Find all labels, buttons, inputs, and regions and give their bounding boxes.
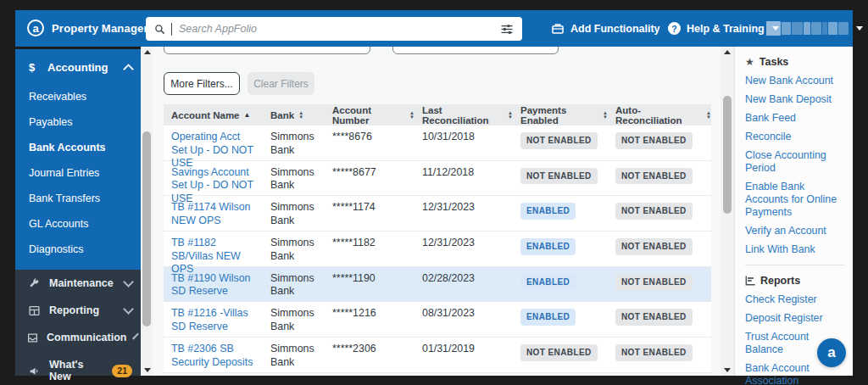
sidebar-item-diagnostics[interactable]: Diagnostics (15, 237, 141, 262)
report-link-check-register[interactable]: Check Register (745, 293, 844, 306)
table-row[interactable]: TB #1190 Wilson SD Reserve Simmons Bank … (164, 267, 711, 303)
column-header-account-name[interactable]: Account Name▲ (164, 104, 263, 126)
last-reconciliation-cell: 12/31/2023 (415, 196, 513, 231)
sidebar-section-communication[interactable]: Communication (15, 324, 141, 351)
column-header-account-number[interactable]: Account Number▲▼ (325, 104, 415, 126)
sidebar-section-whats-new[interactable]: What's New 21 (15, 351, 141, 385)
scroll-down-arrow[interactable] (724, 368, 731, 372)
table-row[interactable]: TB #1174 Wilson NEW OPS Simmons Bank ***… (164, 196, 711, 232)
account-link[interactable]: TB #2306 SB Security Deposits (171, 343, 253, 368)
help-training-menu[interactable]: ? Help & Training (668, 10, 779, 47)
star-icon: ★ (745, 56, 754, 68)
scroll-up-arrow[interactable] (724, 50, 731, 54)
help-icon: ? (668, 22, 681, 35)
task-link-bank-feed[interactable]: Bank Feed (745, 112, 844, 125)
sort-asc-icon: ▲ (244, 111, 251, 119)
whats-new-label: What's New (49, 359, 103, 382)
task-link-close-accounting-period[interactable]: Close Accounting Period (745, 149, 844, 175)
task-link-new-bank-deposit[interactable]: New Bank Deposit (745, 93, 844, 106)
task-link-enable-bank-accounts[interactable]: Enable Bank Accounts for Online Payments (745, 181, 844, 219)
right-tasks-panel: ★ Tasks New Bank Account New Bank Deposi… (734, 47, 853, 376)
panel-divider (745, 265, 844, 265)
toolbox-icon (551, 23, 565, 35)
chevron-down-icon (856, 26, 863, 31)
clear-filters-button[interactable]: Clear Filters (248, 72, 314, 95)
content-scrollbar[interactable] (721, 47, 734, 376)
table-header-row: Account Name▲ Bank▲▼ Account Number▲▼ La… (164, 104, 711, 126)
sidebar-section-maintenance[interactable]: Maintenance (15, 270, 141, 297)
task-link-link-with-bank[interactable]: Link With Bank (745, 243, 844, 256)
table-body: Operating Acct Set Up - DO NOT USE Simmo… (164, 126, 711, 373)
sidebar-item-payables[interactable]: Payables (15, 109, 141, 135)
sidebar-item-bank-transfers[interactable]: Bank Transfers (15, 186, 141, 211)
payments-enabled-badge: NOT ENABLED (520, 132, 598, 149)
scroll-down-arrow[interactable] (144, 368, 151, 372)
wrench-icon (27, 278, 41, 289)
column-header-payments-enabled[interactable]: Payments Enabled▲▼ (513, 104, 608, 126)
add-functionality-menu[interactable]: Add Functionality (551, 10, 675, 47)
payments-enabled-badge: NOT ENABLED (520, 168, 598, 185)
payments-enabled-badge: ENABLED (520, 274, 576, 291)
column-header-bank[interactable]: Bank▲▼ (263, 104, 325, 126)
sidebar-section-accounting[interactable]: $ Accounting (15, 49, 141, 84)
tasks-section-title: ★ Tasks (745, 56, 853, 68)
auto-reconciliation-badge: NOT ENABLED (615, 309, 693, 326)
more-filters-button[interactable]: More Filters... (164, 72, 240, 95)
brand-logo[interactable]: a Property Manager (27, 20, 148, 36)
communication-label: Communication (47, 332, 126, 343)
account-link[interactable]: TB #1174 Wilson NEW OPS (171, 201, 250, 226)
sidebar-section-reporting[interactable]: Reporting (15, 297, 141, 324)
report-link-deposit-register[interactable]: Deposit Register (745, 312, 844, 325)
bank-cell: Simmons Bank (263, 267, 325, 302)
auto-reconciliation-badge: NOT ENABLED (615, 274, 693, 291)
task-link-reconcile[interactable]: Reconcile (745, 131, 844, 143)
auto-reconciliation-badge: NOT ENABLED (615, 344, 693, 361)
auto-reconciliation-badge: NOT ENABLED (615, 238, 693, 255)
bank-cell: Simmons Bank (263, 196, 325, 231)
table-row[interactable]: Savings Account Set Up - DO NOT USE Simm… (164, 161, 711, 197)
reporting-label: Reporting (49, 304, 116, 316)
table-row[interactable]: TB #1182 SB/Villas NEW OPS Simmons Bank … (164, 232, 711, 267)
table-row[interactable]: Operating Acct Set Up - DO NOT USE Simmo… (164, 126, 711, 161)
sidebar-item-journal-entries[interactable]: Journal Entries (15, 160, 141, 186)
sidebar-item-bank-accounts[interactable]: Bank Accounts (15, 135, 141, 160)
sidebar-scrollbar-thumb[interactable] (142, 131, 151, 326)
table-row[interactable]: TB #1216 -Villas SD Reserve Simmons Bank… (164, 302, 711, 338)
reports-section-title: Reports (745, 275, 853, 287)
appfolio-logo-icon: a (27, 20, 44, 36)
last-reconciliation-cell: 08/31/2023 (415, 302, 513, 337)
main-content: More Filters... Clear Filters Account Na… (153, 47, 721, 376)
bank-accounts-table: Account Name▲ Bank▲▼ Account Number▲▼ La… (164, 104, 711, 373)
content-scrollbar-thumb[interactable] (723, 96, 732, 214)
search-filter-tune-icon[interactable] (500, 24, 514, 35)
scroll-up-arrow[interactable] (144, 50, 151, 54)
column-header-auto-reconciliation[interactable]: Auto-Reconciliation▲▼ (608, 104, 711, 126)
payments-enabled-badge: ENABLED (520, 238, 576, 255)
accounting-label: Accounting (47, 61, 125, 74)
column-header-last-reconciliation[interactable]: Last Reconciliation▲▼ (415, 104, 513, 126)
megaphone-icon (27, 365, 41, 377)
sidebar-scrollbar[interactable] (141, 47, 153, 376)
search-placeholder: Search AppFolio (179, 23, 500, 35)
appfolio-assistant-button[interactable]: a (817, 338, 846, 367)
payments-enabled-badge: NOT ENABLED (520, 344, 598, 361)
sidebar-item-gl-accounts[interactable]: GL Accounts (15, 211, 141, 237)
chevron-down-icon (133, 333, 140, 340)
account-link[interactable]: TB #1190 Wilson SD Reserve (171, 272, 250, 298)
sort-icon: ▲▼ (298, 111, 303, 119)
account-link[interactable]: TB #1216 -Villas SD Reserve (171, 307, 248, 332)
task-link-new-bank-account[interactable]: New Bank Account (745, 75, 844, 87)
text-cursor (171, 23, 172, 36)
task-link-verify-an-account[interactable]: Verify an Account (745, 225, 844, 237)
auto-reconciliation-badge: NOT ENABLED (615, 168, 693, 185)
sort-icon: ▲▼ (706, 111, 711, 119)
global-search-input[interactable]: Search AppFolio (146, 17, 522, 41)
account-number-cell: *****1190 (325, 267, 415, 302)
top-navigation-bar: a Property Manager Search AppFolio (15, 10, 853, 47)
account-number-cell: *****2306 (325, 338, 415, 372)
sidebar-item-receivables[interactable]: Receivables (15, 84, 141, 109)
grid-icon (27, 305, 41, 316)
brand-title: Property Manager (52, 22, 148, 35)
user-account-menu[interactable] (766, 10, 863, 47)
table-row[interactable]: TB #2306 SB Security Deposits Simmons Ba… (164, 338, 711, 373)
